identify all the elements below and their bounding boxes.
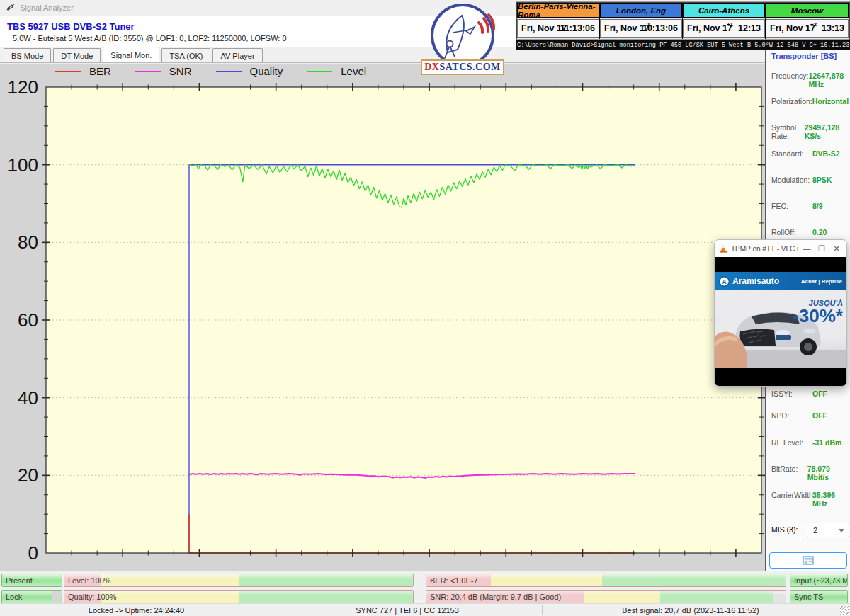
transponder-row-issyi: ISSYI:OFF xyxy=(771,389,848,398)
console-command-line: C:\Users\Roman Dávid>Signal monitoring_P… xyxy=(516,40,850,50)
status-bar: Locked -> Uptime: 24:24:40 SYNC 727 | TE… xyxy=(0,603,850,616)
transponder-row-fec: FEC:8/9 xyxy=(771,202,848,210)
clock-city: London, Eng xyxy=(600,3,682,18)
app-icon xyxy=(6,3,16,13)
clock-berlin-paris-vienna-roma: Berlin-Paris-Vienna-RomaFri, Nov 1711:13… xyxy=(517,3,600,39)
legend-label: BER xyxy=(89,65,111,77)
indicator-bars: Present Level: 100% BER: <1.0E-7 Input (… xyxy=(0,571,850,603)
finger-pointer xyxy=(715,303,778,368)
legend-line-swatch xyxy=(55,71,81,72)
vlc-cone-icon xyxy=(719,244,727,253)
ad-banner: A Aramisauto Achat | Reprise xyxy=(715,272,846,290)
clock-city: Berlin-Paris-Vienna-Roma xyxy=(517,3,599,18)
clock-moscow: MoscowFri, Nov 17+213:13 xyxy=(766,3,849,39)
maximize-icon[interactable]: ❐ xyxy=(816,244,827,253)
aramisauto-logo-icon: A xyxy=(719,276,730,287)
transponder-row-frequency: Frequency:12647,878 MHz xyxy=(771,72,848,89)
world-clocks: Berlin-Paris-Vienna-RomaFri, Nov 1711:13… xyxy=(516,1,850,40)
transponder-row-bitrate: BitRate:78,079 Mbit/s xyxy=(771,464,848,481)
tab-bs-mode[interactable]: BS Mode xyxy=(4,48,51,62)
legend-item-quality: Quality xyxy=(216,65,283,77)
clock-time: Fri, Nov 17+112:13 xyxy=(683,19,765,38)
transponder-row-rolloff: RollOff:0.20 xyxy=(771,228,848,236)
legend-line-swatch xyxy=(135,71,161,72)
clock-time: Fri, Nov 17+213:13 xyxy=(766,19,849,38)
vlc-titlebar[interactable]: TPMP en #TT - VLC med... — ❐ ✕ xyxy=(715,240,846,257)
signal-chart: 020406080100120 xyxy=(0,64,765,571)
legend-item-ber: BER xyxy=(55,65,111,77)
input-indicator: Input (~23,73 Mbps) xyxy=(790,574,848,587)
level-bar: Level: 100% xyxy=(64,574,414,587)
y-tick-label: 80 xyxy=(18,232,38,253)
clock-city: Cairo-Athens xyxy=(683,3,765,18)
status-best-signal: Best signal: 20,7 dB (2023-11-16 11:52) xyxy=(542,604,839,616)
legend-line-swatch xyxy=(307,71,332,72)
y-tick-label: 60 xyxy=(18,309,38,331)
tab-tsa-ok-[interactable]: TSA (OK) xyxy=(162,48,210,62)
window-title: Signal Analyzer xyxy=(20,4,74,12)
resize-grip[interactable] xyxy=(840,606,849,615)
satellite-dish-icon xyxy=(421,3,504,68)
legend-item-snr: SNR xyxy=(135,65,192,77)
snr-bar: SNR: 20,4 dB (Margin: 9,7 dB | Good) xyxy=(426,590,786,603)
mis-value: 2 xyxy=(813,526,817,535)
clock-time: Fri, Nov 17-110:13:06 xyxy=(600,19,682,38)
tab-av-player[interactable]: AV Player xyxy=(212,48,262,62)
legend-label: Quality xyxy=(250,65,283,77)
promo-text: JUSQU'À -30%* xyxy=(793,299,843,324)
vlc-video-area[interactable]: A Aramisauto Achat | Reprise xyxy=(715,257,846,387)
transponder-row-standard: Standard:DVB-S2 xyxy=(771,149,848,158)
signal-monitor-panel: 020406080100120 xyxy=(0,63,765,571)
transponder-row-rflevel: RF Level:-31 dBm xyxy=(771,438,848,447)
y-tick-label: 120 xyxy=(8,76,38,98)
tuner-subtitle: 5.0W - Eutelsat 5 West A/B (ID: 3550) @ … xyxy=(13,34,287,42)
legend-label: Level xyxy=(341,65,366,77)
transponder-row-npd: NPD:OFF xyxy=(771,411,848,420)
lock-indicator: Lock xyxy=(1,590,62,603)
ad-links: Achat | Reprise xyxy=(801,278,842,285)
minimize-icon[interactable]: — xyxy=(801,244,812,253)
dxsatcs-logo: DXSATCS.COM xyxy=(421,3,504,76)
clock-london-eng: London, EngFri, Nov 17-110:13:06 xyxy=(600,3,683,39)
clock-city: Moscow xyxy=(766,3,849,18)
mis-dropdown[interactable]: 2 xyxy=(807,523,849,537)
logo-text: DXSATCS.COM xyxy=(421,59,504,75)
y-tick-label: 0 xyxy=(28,542,38,564)
quality-bar: Quality: 100% xyxy=(64,590,414,603)
status-sync-counters: SYNC 727 | TEI 6 | CC 12153 xyxy=(273,604,542,616)
close-icon[interactable]: ✕ xyxy=(831,244,842,253)
transponder-row-polarization: Polarization:Horizontal xyxy=(771,97,848,105)
tuner-title: TBS 5927 USB DVB-S2 Tuner xyxy=(7,21,135,32)
transponder-row-symbolrate: Symbol Rate:29497,128 KS/s xyxy=(771,123,848,140)
chevron-down-icon xyxy=(839,529,844,532)
ber-bar: BER: <1.0E-7 xyxy=(426,574,786,587)
y-tick-label: 40 xyxy=(18,387,38,409)
stream-tool-button[interactable] xyxy=(769,552,847,569)
transponder-row-carrierwidth: CarrierWidth:35,396 MHz xyxy=(771,491,848,508)
ad-scene: JUSQU'À -30%* xyxy=(715,290,846,368)
calculator-icon xyxy=(803,556,814,565)
vlc-window-title: TPMP en #TT - VLC med... xyxy=(731,245,798,253)
clock-time: Fri, Nov 1711:13:06 xyxy=(517,19,599,38)
tab-dt-mode[interactable]: DT Mode xyxy=(53,48,101,62)
chart-legend: BERSNRQualityLevel xyxy=(55,65,366,77)
svg-text:A: A xyxy=(722,278,726,285)
sync-indicator: Sync TS xyxy=(790,590,848,603)
status-uptime: Locked -> Uptime: 24:24:40 xyxy=(0,604,273,616)
vlc-window[interactable]: TPMP en #TT - VLC med... — ❐ ✕ A Aramisa… xyxy=(714,239,847,387)
transponder-row-modulation: Modulation:8PSK xyxy=(771,176,848,184)
lock-bar-gray-segment xyxy=(52,591,61,602)
legend-line-swatch xyxy=(216,71,242,72)
transponder-header: Transponder [BS] xyxy=(771,52,837,60)
legend-label: SNR xyxy=(169,65,192,77)
present-indicator: Present xyxy=(1,574,62,587)
ad-brand: Aramisauto xyxy=(732,276,779,286)
tab-signal-mon-[interactable]: Signal Mon. xyxy=(103,47,159,62)
y-tick-label: 100 xyxy=(8,154,38,176)
y-tick-label: 20 xyxy=(18,464,38,486)
clock-cairo-athens: Cairo-AthensFri, Nov 17+112:13 xyxy=(683,3,766,39)
mis-row: MIS (3): 2 xyxy=(771,525,848,534)
legend-item-level: Level xyxy=(307,65,366,77)
mis-label: MIS (3): xyxy=(771,525,798,534)
